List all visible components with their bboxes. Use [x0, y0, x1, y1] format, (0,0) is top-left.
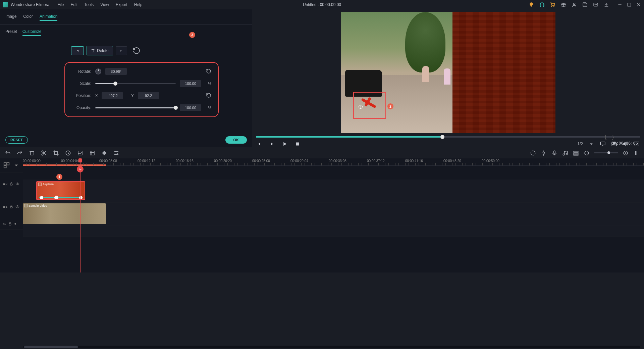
svg-rect-23 [4, 163, 6, 165]
menu-edit[interactable]: Edit [71, 2, 78, 7]
mail-icon[interactable] [593, 2, 598, 7]
reset-keyframes-icon[interactable] [132, 47, 141, 55]
reset-button[interactable]: RESET [5, 136, 28, 144]
redo-icon[interactable] [17, 150, 23, 156]
selection-box[interactable]: 2 [353, 92, 386, 119]
zoom-fit-icon[interactable] [633, 150, 639, 156]
ok-button[interactable]: OK [225, 136, 247, 144]
undo-icon[interactable] [5, 150, 11, 156]
prev-keyframe-button[interactable] [71, 46, 84, 55]
airplane-overlay[interactable] [359, 95, 381, 113]
mixer-icon[interactable] [562, 150, 568, 156]
titlebar: Wondershare Filmora File Edit Tools View… [0, 0, 644, 9]
keyframe-icon[interactable] [101, 150, 107, 156]
prev-frame-button[interactable] [256, 141, 262, 147]
rotate-input[interactable] [105, 68, 127, 75]
overlay-track-header[interactable]: ▣2 [0, 172, 23, 195]
svg-rect-16 [574, 151, 578, 152]
track-manager-icon[interactable] [573, 150, 579, 156]
speed-icon[interactable] [65, 150, 71, 156]
download-icon[interactable] [604, 2, 609, 7]
annotation-badge-1: 1 [56, 174, 62, 180]
svg-rect-12 [78, 151, 82, 155]
minimize-icon[interactable] [617, 2, 623, 7]
maximize-icon[interactable] [627, 2, 632, 7]
menu-file[interactable]: File [57, 2, 64, 7]
voiceover-icon[interactable] [551, 150, 557, 156]
eye-icon[interactable] [15, 205, 19, 209]
menu-tools[interactable]: Tools [84, 2, 94, 7]
video-track[interactable]: Sample Video [23, 203, 644, 226]
svg-rect-15 [554, 151, 555, 154]
mute-icon[interactable] [14, 222, 18, 226]
app-logo-icon [3, 2, 8, 7]
svg-rect-30 [9, 223, 11, 225]
menu-export[interactable]: Export [116, 2, 127, 7]
video-track-header[interactable]: ▣1 [0, 195, 23, 218]
display-icon[interactable] [600, 141, 606, 147]
opacity-input[interactable] [180, 104, 201, 111]
color-icon[interactable] [77, 150, 83, 156]
delete-keyframe-button[interactable]: Delete [87, 46, 113, 55]
audio-icon[interactable] [125, 150, 131, 156]
menu-help[interactable]: Help [134, 2, 143, 7]
lock-icon[interactable] [9, 205, 13, 209]
zoom-slider[interactable] [594, 152, 618, 153]
idea-icon[interactable] [529, 2, 534, 7]
quality-dropdown-icon[interactable] [588, 141, 594, 147]
render-icon[interactable] [530, 150, 536, 156]
crop-icon[interactable] [53, 150, 59, 156]
adjust-icon[interactable] [113, 150, 119, 156]
cart-icon[interactable] [550, 2, 555, 7]
audio-track-header[interactable]: ♪1 [0, 218, 23, 230]
timeline-options-button[interactable] [0, 158, 23, 172]
subtab-customize[interactable]: Customize [22, 28, 42, 36]
playhead[interactable]: ✂ [80, 158, 80, 272]
overlay-clip[interactable]: Airplane [36, 181, 85, 200]
tab-animation[interactable]: Animation [40, 13, 57, 21]
rotate-knob[interactable] [95, 68, 101, 74]
menu-view[interactable]: View [100, 2, 109, 7]
position-reset-icon[interactable] [206, 93, 211, 99]
rotate-reset-icon[interactable] [206, 68, 211, 75]
save-icon[interactable] [582, 2, 588, 7]
lock-icon[interactable] [9, 182, 13, 186]
position-x-input[interactable] [102, 92, 123, 99]
timeline-scrollbar[interactable] [23, 346, 640, 348]
tab-color[interactable]: Color [23, 13, 33, 21]
opacity-slider[interactable] [95, 107, 176, 108]
user-icon[interactable] [572, 2, 577, 7]
next-frame-button[interactable] [269, 141, 275, 147]
gift-icon[interactable] [561, 2, 566, 7]
stop-button[interactable] [294, 141, 301, 147]
preview-viewport[interactable]: 2 [341, 12, 555, 133]
close-icon[interactable] [636, 2, 641, 7]
zoom-in-icon[interactable] [623, 150, 629, 156]
scissors-icon[interactable]: ✂ [77, 166, 84, 172]
position-y-input[interactable] [138, 92, 159, 99]
audio-track[interactable] [23, 226, 644, 237]
app-name: Wondershare Filmora [11, 2, 49, 7]
video-clip[interactable]: Sample Video [23, 203, 106, 224]
svg-point-2 [573, 3, 575, 5]
preview-scrubber[interactable]: { } [256, 136, 640, 138]
delete-icon[interactable] [29, 150, 35, 156]
scale-input[interactable] [180, 80, 201, 87]
scale-slider[interactable] [95, 83, 176, 84]
eye-icon[interactable] [15, 182, 19, 186]
next-keyframe-button[interactable] [116, 46, 127, 55]
overlay-track[interactable]: 1 Airplane [23, 180, 644, 203]
split-icon[interactable] [41, 150, 47, 156]
timeline-ruler[interactable]: 00:00:00:00 00:00:04:04 00:00:08:08 00:0… [23, 158, 644, 166]
origin-marker-icon[interactable] [359, 105, 363, 109]
preview-quality[interactable]: 1/2 [577, 142, 583, 146]
green-screen-icon[interactable] [89, 150, 95, 156]
subtab-preset[interactable]: Preset [5, 28, 17, 36]
headphones-icon[interactable] [539, 2, 545, 7]
svg-rect-5 [296, 143, 299, 146]
tab-image[interactable]: Image [5, 13, 16, 21]
play-button[interactable] [282, 141, 288, 147]
zoom-out-icon[interactable] [584, 150, 590, 156]
lock-icon[interactable] [8, 222, 12, 226]
marker-icon[interactable] [541, 150, 547, 156]
